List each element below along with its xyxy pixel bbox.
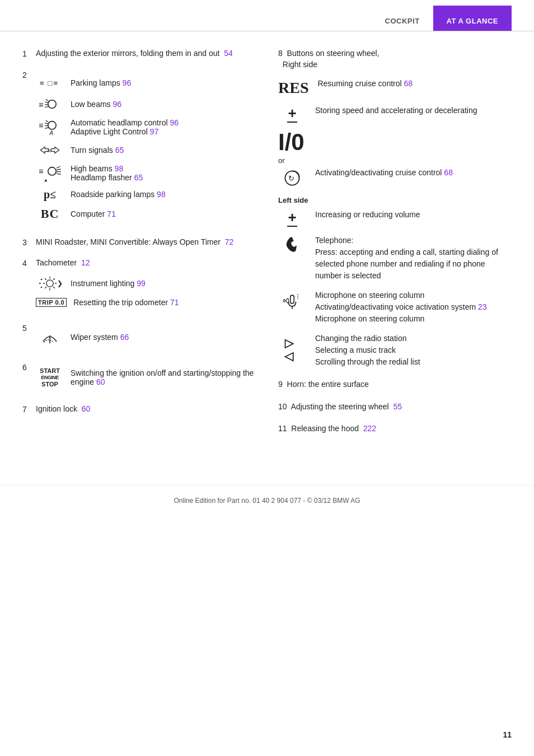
computer-label: Computer 71 <box>71 209 256 218</box>
svg-marker-45 <box>285 340 293 348</box>
cruise-control-page[interactable]: 68 <box>444 168 453 177</box>
tab-cockpit[interactable]: COCKPIT <box>372 11 433 31</box>
roadside-parking-page[interactable]: 98 <box>157 190 166 199</box>
section-6-num: 6 <box>22 363 36 372</box>
volume-row: + Increasing or reducing volume <box>278 209 512 227</box>
start-stop-text: START ENGINE STOP <box>40 367 60 388</box>
trip-odometer-page[interactable]: 71 <box>170 298 179 307</box>
section-10-num: 10 <box>278 402 287 411</box>
section-11: 11 Releasing the hood 222 <box>278 423 512 435</box>
io-section: I/0 or ↻ Activating/deactivating cruise … <box>278 130 512 188</box>
start-stop-page[interactable]: 60 <box>96 377 105 386</box>
res-page[interactable]: 68 <box>404 79 413 88</box>
auto-headlamp-label: Automatic headlamp control 96 Adaptive L… <box>71 118 256 136</box>
section-3: 3 MINI Roadster, MINI Convertible: Alway… <box>22 237 256 248</box>
svg-marker-17 <box>51 147 59 153</box>
section-1-text: Adjusting the exterior mirrors, folding … <box>36 49 219 58</box>
svg-line-34 <box>45 287 46 288</box>
svg-line-24 <box>57 173 61 174</box>
high-beams-page[interactable]: 98 <box>115 164 124 173</box>
auto-headlamp-page2[interactable]: 97 <box>150 127 159 136</box>
section-3-page[interactable]: 72 <box>225 237 234 246</box>
section-9-num: 9 <box>278 380 283 389</box>
parking-lamps-icon: ≡ □ ≡ <box>36 75 64 91</box>
svg-point-37 <box>41 287 43 288</box>
svg-line-21 <box>57 166 60 168</box>
turn-signals-page[interactable]: 65 <box>115 146 124 155</box>
tab-at-a-glance[interactable]: AT A GLANCE <box>433 11 512 31</box>
computer-bc-text: BC <box>41 207 59 221</box>
mic-row: ⁝ Microphone on steering column Activati… <box>278 290 512 325</box>
svg-line-31 <box>45 278 46 280</box>
volume-icon: + <box>278 209 306 227</box>
svg-line-14 <box>45 127 48 128</box>
turn-signals-label: Turn signals 65 <box>71 146 256 155</box>
svg-point-10 <box>48 121 56 129</box>
section-6: 6 START ENGINE STOP Switching the igniti… <box>22 362 256 394</box>
wiper-system-label: Wiper system 66 <box>71 333 256 342</box>
parking-lamps-page[interactable]: 96 <box>123 78 132 87</box>
section-3-num: 3 <box>22 238 36 247</box>
phone-icon <box>278 235 306 256</box>
high-beams-label: High beams 98 Headlamp flasher 65 <box>71 164 256 182</box>
footer-text: Online Edition for Part no. 01 40 2 904 … <box>174 497 360 505</box>
section-4-page[interactable]: 12 <box>81 258 90 267</box>
instrument-lighting-page[interactable]: 99 <box>137 279 146 288</box>
section-3-text: MINI Roadster, MINI Convertible: Always … <box>36 237 221 246</box>
phone-label: Telephone: Press: accepting and ending a… <box>315 235 512 282</box>
wiper-system-row: Wiper system 66 <box>36 328 256 346</box>
section-11-page[interactable]: 222 <box>363 424 376 433</box>
start-stop-row: START ENGINE STOP Switching the ignition… <box>36 367 256 388</box>
section-7-page[interactable]: 60 <box>82 404 91 413</box>
trip-odometer-icon: TRIP 0.0 <box>36 298 67 307</box>
plus-minus-right-label: Storing speed and accelerating or decele… <box>315 105 512 116</box>
instrument-lighting-label: Instrument lighting 99 <box>71 279 256 288</box>
right-column: 8 Buttons on steering wheel, Right side … <box>267 48 512 446</box>
header-tabs: COCKPIT AT A GLANCE <box>0 0 534 31</box>
section-7-text: Ignition lock <box>36 404 77 413</box>
section-4: 4 Tachometer 12 <box>22 258 256 312</box>
svg-line-33 <box>53 278 55 280</box>
auto-headlamp-page1[interactable]: 96 <box>170 118 179 127</box>
svg-text:A: A <box>49 129 53 136</box>
trip-odometer-row: TRIP 0.0 Resetting the trip odometer 71 <box>36 298 256 307</box>
section-10-text: Adjusting the steering wheel <box>289 402 388 411</box>
parking-lamps-label: Parking lamps 96 <box>71 78 256 87</box>
svg-text:⁝: ⁝ <box>297 292 299 301</box>
start-stop-icon: START ENGINE STOP <box>36 367 64 388</box>
plus-minus-right-row: + Storing speed and accelerating or dece… <box>278 105 512 123</box>
voice-activation-page[interactable]: 23 <box>478 302 487 311</box>
res-row: RES Resuming cruise control 68 <box>278 78 512 97</box>
section-10: 10 Adjusting the steering wheel 55 <box>278 402 512 413</box>
section-8-num: 8 <box>278 49 283 58</box>
low-beams-page[interactable]: 96 <box>113 100 121 109</box>
wiper-system-icon <box>36 328 64 346</box>
svg-line-11 <box>46 120 49 122</box>
section-1-page[interactable]: 54 <box>224 49 233 58</box>
svg-line-22 <box>57 169 61 170</box>
section-10-page[interactable]: 55 <box>393 402 402 411</box>
volume-plus-minus: + <box>287 210 297 227</box>
section-8-text: Buttons on steering wheel, Right side <box>278 49 380 69</box>
svg-marker-25 <box>44 179 47 181</box>
computer-page[interactable]: 71 <box>107 209 116 218</box>
or-symbol-row: ↻ Activating/deactivating cruise control… <box>278 167 512 188</box>
section-5: 5 Wiper system 66 <box>22 323 256 352</box>
section-4-text: Tachometer <box>36 258 77 267</box>
wiper-system-page[interactable]: 66 <box>120 333 129 342</box>
section-2-num: 2 <box>22 71 36 80</box>
volume-label: Increasing or reducing volume <box>315 209 512 221</box>
turn-signals-row: R Turn signals 65 <box>36 142 256 158</box>
low-beams-label: Low beams 96 <box>71 100 256 109</box>
mic-icon: ⁝ <box>278 290 306 311</box>
page-number: 11 <box>503 730 512 739</box>
or-symbol-icon: ↻ <box>278 167 306 188</box>
section-9: 9 Horn: the entire surface <box>278 379 512 390</box>
radio-row: Changing the radio station Selecting a m… <box>278 333 512 368</box>
radio-icon <box>278 333 306 362</box>
svg-point-35 <box>39 282 41 284</box>
headlamp-flasher-page[interactable]: 65 <box>134 173 143 182</box>
left-column: 1 Adjusting the exterior mirrors, foldin… <box>22 48 256 446</box>
section-1: 1 Adjusting the exterior mirrors, foldin… <box>22 48 256 59</box>
svg-text:≡: ≡ <box>39 100 43 109</box>
